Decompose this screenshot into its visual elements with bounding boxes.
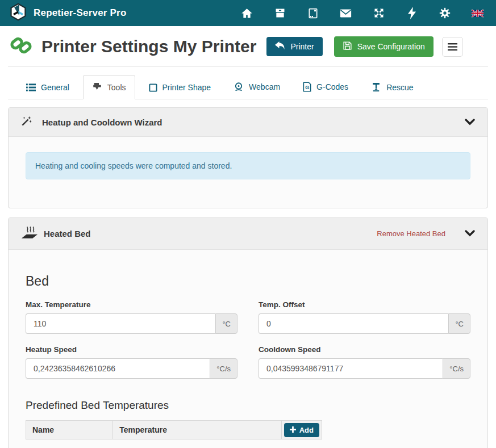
page-title: Printer Settings My Printer (41, 37, 256, 56)
brand-title: Repetier-Server Pro (34, 7, 126, 19)
nozzle-icon (92, 82, 102, 92)
max-temperature-unit: °C (215, 313, 237, 334)
heated-bed-panel-body: Bed Max. Temperature °C Temp. Offset °C … (9, 250, 487, 448)
heatup-speed-unit: °C/s (210, 358, 237, 379)
top-navbar: Repetier-Server Pro (0, 0, 496, 26)
brand-link[interactable]: Repetier-Server Pro (9, 3, 126, 23)
save-configuration-button[interactable]: Save Configuration (334, 36, 434, 57)
add-cell: Add (281, 421, 322, 439)
tab-tools-label: Tools (107, 83, 126, 92)
column-header-temperature: Temperature (113, 421, 281, 439)
column-header-name: Name (26, 421, 113, 439)
max-temperature-field: Max. Temperature °C (26, 300, 237, 334)
heated-bed-panel-title: Heated Bed (44, 229, 91, 238)
cooldown-speed-label: Cooldown Speed (259, 345, 470, 354)
cooldown-speed-unit: °C/s (443, 358, 470, 379)
cooldown-speed-field: Cooldown Speed °C/s (259, 345, 470, 379)
bed-fields-grid: Max. Temperature °C Temp. Offset °C Heat… (26, 300, 470, 379)
add-temperature-button[interactable]: Add (284, 423, 319, 437)
tab-rescue-label: Rescue (386, 83, 413, 92)
printer-back-button[interactable]: Printer (266, 37, 322, 56)
chevron-down-icon[interactable] (465, 118, 475, 127)
cooldown-speed-input[interactable] (259, 358, 443, 379)
expand-arrows-icon[interactable] (373, 7, 385, 19)
chevron-down-icon[interactable] (465, 229, 475, 238)
heated-bed-title-group: Heated Bed (21, 226, 91, 241)
archive-icon[interactable] (274, 7, 286, 19)
uk-flag-icon[interactable] (472, 7, 484, 19)
gear-icon[interactable] (439, 7, 451, 19)
heatup-speed-label: Heatup Speed (26, 345, 237, 354)
tab-printer-shape-label: Printer Shape (162, 83, 211, 92)
svg-text:G: G (305, 85, 309, 90)
navbar-icon-group (241, 7, 484, 19)
tab-gcodes[interactable]: G G-Codes (294, 74, 357, 99)
tab-gcodes-label: G-Codes (316, 82, 348, 91)
add-button-label: Add (299, 426, 314, 434)
save-button-label: Save Configuration (357, 42, 425, 51)
tab-tools[interactable]: Tools (83, 75, 135, 99)
plus-icon (290, 426, 296, 434)
gcode-file-icon: G (303, 82, 311, 92)
heated-bed-panel: Heated Bed Remove Heated Bed Bed Max. Te… (8, 217, 488, 448)
heated-bed-panel-header[interactable]: Heated Bed Remove Heated Bed (9, 218, 487, 250)
list-icon (26, 83, 36, 91)
predefined-bed-temperatures-table: Name Temperature Add (26, 420, 322, 439)
temp-offset-label: Temp. Offset (259, 300, 470, 309)
repetier-logo-icon (9, 3, 27, 23)
heated-bed-icon (21, 226, 38, 241)
table-header-row: Name Temperature Add (26, 421, 322, 439)
tab-webcam-label: Webcam (249, 82, 280, 91)
webcam-icon (234, 82, 244, 92)
wizard-panel-header[interactable]: Heatup and Cooldown Wizard (9, 108, 487, 137)
magic-wand-icon (21, 116, 32, 128)
mail-icon[interactable] (340, 7, 352, 19)
tab-rescue[interactable]: Rescue (362, 75, 422, 99)
heatup-cooldown-wizard-panel: Heatup and Cooldown Wizard Heating and c… (8, 107, 488, 208)
temp-offset-input[interactable] (259, 313, 448, 334)
temp-offset-field: Temp. Offset °C (259, 300, 470, 334)
square-outline-icon (149, 83, 157, 92)
tab-general-label: General (41, 83, 69, 92)
wizard-panel-title: Heatup and Cooldown Wizard (42, 118, 162, 127)
home-icon[interactable] (241, 7, 253, 19)
tab-webcam[interactable]: Webcam (224, 74, 289, 99)
save-floppy-icon (343, 41, 352, 52)
heatup-speed-field: Heatup Speed °C/s (26, 345, 237, 379)
printer-button-label: Printer (290, 42, 314, 51)
temp-offset-unit: °C (448, 313, 470, 334)
rescue-icon (371, 82, 381, 92)
remove-heated-bed-link[interactable]: Remove Heated Bed (377, 229, 445, 238)
max-temperature-label: Max. Temperature (26, 300, 237, 309)
bed-section-heading: Bed (26, 274, 470, 289)
max-temperature-input[interactable] (26, 313, 215, 334)
wizard-info-alert: Heating and cooling speeds were computed… (26, 152, 470, 179)
settings-tabs: General Tools Printer Shape Webcam G (8, 74, 488, 99)
predefined-bed-temperatures-heading: Predefined Bed Temperatures (26, 399, 470, 412)
link-chain-icon (9, 34, 33, 60)
wizard-panel-body: Heating and cooling speeds were computed… (9, 137, 487, 208)
heatup-speed-input[interactable] (26, 358, 210, 379)
bolt-icon[interactable] (406, 7, 418, 19)
back-arrow-icon (275, 41, 285, 52)
page-header: Printer Settings My Printer Printer Save… (8, 26, 488, 67)
hamburger-menu-button[interactable] (442, 37, 463, 57)
tab-general[interactable]: General (17, 76, 78, 99)
tablet-icon[interactable] (307, 7, 319, 19)
tab-printer-shape[interactable]: Printer Shape (140, 76, 220, 99)
